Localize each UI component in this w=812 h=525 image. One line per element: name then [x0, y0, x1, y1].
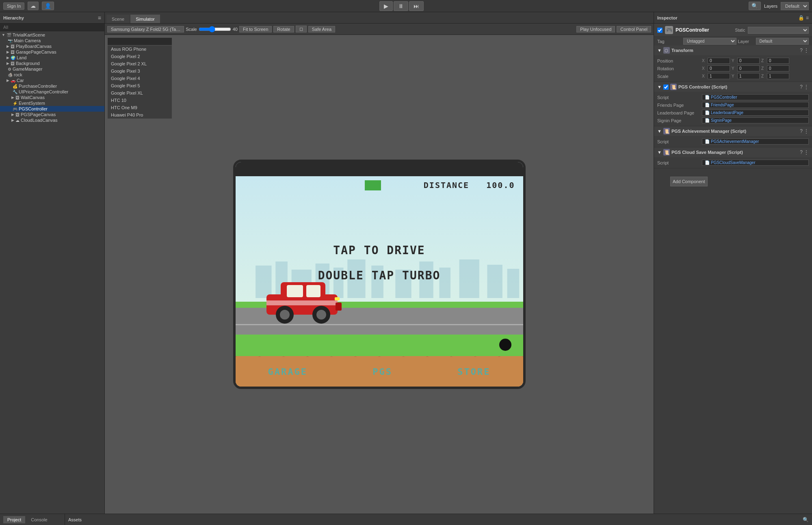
device-item-googlepixel2xl[interactable]: Google Pixel 2 XL — [108, 60, 172, 67]
device-item-huaweip40pro[interactable]: Huawei P40 Pro — [108, 111, 172, 119]
pgs-enabled-checkbox[interactable] — [663, 84, 669, 90]
object-enabled-checkbox[interactable] — [657, 28, 663, 33]
top-right: 🔍 Layers Default — [749, 2, 809, 10]
assets-search-btn[interactable]: 🔍 — [803, 517, 809, 523]
hierarchy-item-car[interactable]: ▶ 🚗 Car — [0, 78, 104, 83]
add-component-wrapper: Add Component — [654, 169, 812, 194]
hierarchy-item-purchasecontroller[interactable]: 💰 PurchaseController — [0, 83, 104, 89]
pgs-icon: 🎮 — [13, 107, 17, 111]
achievement-info-btn[interactable]: ? — [800, 128, 803, 134]
tag-dropdown[interactable]: Untagged — [683, 38, 736, 45]
play-unfocused-button[interactable]: Play Unfocused — [576, 26, 615, 32]
cloud-script-value[interactable]: 📄 PGSCloudSaveManager — [702, 160, 809, 166]
scale-x-input[interactable] — [708, 73, 730, 79]
safe-area-icon[interactable]: ◻ — [296, 26, 307, 32]
car-icon: 🚗 — [11, 78, 15, 83]
fit-to-screen-button[interactable]: Fit to Screen — [239, 26, 272, 32]
step-button[interactable]: ⏭ — [409, 1, 424, 11]
device-item-asusrogphone[interactable]: Asus ROG Phone — [108, 45, 172, 53]
pgs-controller-header[interactable]: ▼ 📜 PGS Controller (Script) ? ⋮ — [654, 82, 812, 92]
device-item-htc10[interactable]: HTC 10 — [108, 97, 172, 104]
hierarchy-item-pgscontroller[interactable]: 🎮 PGSController — [0, 106, 104, 112]
cloud-body: Script 📄 PGSCloudSaveManager — [654, 157, 812, 168]
pgs-achievement-header[interactable]: ▼ 📜 PGS Achievement Manager (Script) ? ⋮ — [654, 126, 812, 136]
rot-y-input[interactable] — [737, 65, 760, 71]
inspector-lock-btn[interactable]: 🔒 — [798, 15, 804, 21]
device-item-googlepixelxl[interactable]: Google Pixel XL — [108, 89, 172, 97]
transform-info-btn[interactable]: ? — [800, 48, 803, 53]
hierarchy-item-waitcanvas[interactable]: ▶ 🖼 WaitCanvas — [0, 95, 104, 100]
hierarchy-item-uipricechangecontroller[interactable]: 🔧 UIPriceChangeController — [0, 89, 104, 95]
achievement-menu-btn[interactable]: ⋮ — [804, 128, 809, 134]
device-item-googlepixel4[interactable]: Google Pixel 4 — [108, 75, 172, 82]
pos-y-input[interactable] — [737, 58, 760, 64]
hierarchy-item-background[interactable]: ▶ 🖼 Background — [0, 60, 104, 66]
device-item-googlepixel2[interactable]: Google Pixel 2 — [108, 53, 172, 60]
black-dot — [499, 339, 511, 351]
game-top-bar — [236, 162, 523, 176]
safe-area-button[interactable]: Safe Area — [308, 26, 335, 32]
device-search-input[interactable] — [108, 38, 172, 45]
cloud-info-btn[interactable]: ? — [800, 149, 803, 155]
static-dropdown[interactable] — [748, 27, 809, 34]
rot-x-input[interactable] — [708, 65, 730, 71]
hierarchy-item-garagepagecanvas[interactable]: ▶ 🖼 GaragePageCanvas — [0, 49, 104, 55]
arrow-icon: ▶ — [11, 112, 14, 117]
hierarchy-item-eventsystem[interactable]: ⚡ EventSystem — [0, 100, 104, 106]
inspector-header: Inspector 🔒 ≡ — [654, 12, 812, 24]
tab-simulator[interactable]: Simulator — [130, 15, 160, 23]
add-component-button[interactable]: Add Component — [670, 177, 708, 186]
project-tab[interactable]: Project — [3, 516, 25, 523]
signin-page-value[interactable]: 📄 SigninPage — [702, 117, 809, 123]
layer-dropdown[interactable]: Default — [756, 38, 809, 45]
friends-page-value[interactable]: 📄 FriendsPage — [702, 102, 809, 108]
inspector-menu-btn[interactable]: ≡ — [806, 15, 809, 21]
pos-z-input[interactable] — [767, 58, 789, 64]
hierarchy-item-scene[interactable]: ▼ 🎬 TrivialKartScene — [0, 32, 104, 38]
rot-z-input[interactable] — [767, 65, 789, 71]
game-bottom-ui: GARAGE PGS STORE — [236, 357, 523, 387]
achievement-script-value[interactable]: 📄 PGSAchievementManager — [702, 138, 809, 145]
scale-y-input[interactable] — [737, 73, 760, 79]
play-button[interactable]: ▶ — [379, 1, 393, 11]
search-btn[interactable]: 🔍 — [749, 2, 761, 10]
transform-header[interactable]: ▼ ⬡ Transform ? ⋮ — [654, 45, 812, 55]
leaderboard-page-value[interactable]: 📄 LeaderboardPage — [702, 110, 809, 116]
hierarchy-menu-button[interactable]: ≡ — [98, 15, 101, 21]
layers-dropdown[interactable]: Default — [781, 2, 809, 10]
pause-button[interactable]: ⏸ — [394, 1, 408, 11]
hierarchy-item-cloudloadcanvas[interactable]: ▶ ☁ CloudLoadCanvas — [0, 117, 104, 123]
hierarchy-tree: ▼ 🎬 TrivialKartScene 📷 Main Camera ▶ 🖼 P… — [0, 31, 104, 514]
hierarchy-item-playboardcanvas[interactable]: ▶ 🖼 PlayBoardCanvas — [0, 43, 104, 49]
leaderboard-page-label: Leaderboard Page — [657, 110, 702, 115]
hierarchy-item-rock[interactable]: 🪨 rock — [0, 72, 104, 78]
device-item-htconem9[interactable]: HTC One M9 — [108, 104, 172, 111]
pos-x-input[interactable] — [708, 58, 730, 64]
hierarchy-item-maincamera[interactable]: 📷 Main Camera — [0, 38, 104, 43]
tab-scene[interactable]: Scene — [106, 15, 130, 23]
hierarchy-item-land[interactable]: ▶ 🌍 Land — [0, 55, 104, 60]
transform-menu-btn[interactable]: ⋮ — [804, 48, 809, 53]
pgs-menu-btn[interactable]: ⋮ — [804, 84, 809, 90]
rotate-button[interactable]: Rotate — [273, 26, 294, 32]
control-panel-button[interactable]: Control Panel — [617, 26, 651, 32]
hierarchy-item-pgspagecanvas[interactable]: ▶ 🖼 PGSPageCanvas — [0, 112, 104, 117]
pgs-info-btn[interactable]: ? — [800, 84, 803, 90]
device-item-googlepixel3[interactable]: Google Pixel 3 — [108, 67, 172, 75]
script-ref-value[interactable]: 📄 PGSController — [702, 94, 809, 100]
device-selector-button[interactable]: Samsung Galaxy Z Fold2 5G (Ta… — [107, 26, 184, 32]
inspector-tag-row: Tag Untagged Layer Default — [654, 37, 812, 45]
cloud-menu-btn[interactable]: ⋮ — [804, 149, 809, 155]
sign-in-button[interactable]: Sign In — [3, 2, 24, 10]
arrow-icon: ▶ — [11, 95, 14, 99]
cloud-button[interactable]: ☁ — [28, 2, 39, 10]
hierarchy-item-gamemanager[interactable]: ⚙ GameManager — [0, 66, 104, 72]
scale-z-input[interactable] — [767, 73, 789, 79]
pgs-cloud-header[interactable]: ▼ 📜 PGS Cloud Save Manager (Script) ? ⋮ — [654, 147, 812, 157]
scale-slider[interactable] — [199, 26, 231, 32]
console-tab[interactable]: Console — [27, 516, 51, 523]
account-button[interactable]: 👤 — [42, 2, 54, 10]
hierarchy-search[interactable] — [0, 24, 104, 31]
rotation-label: Rotation — [657, 66, 702, 71]
device-item-googlepixel5[interactable]: Google Pixel 5 — [108, 82, 172, 89]
